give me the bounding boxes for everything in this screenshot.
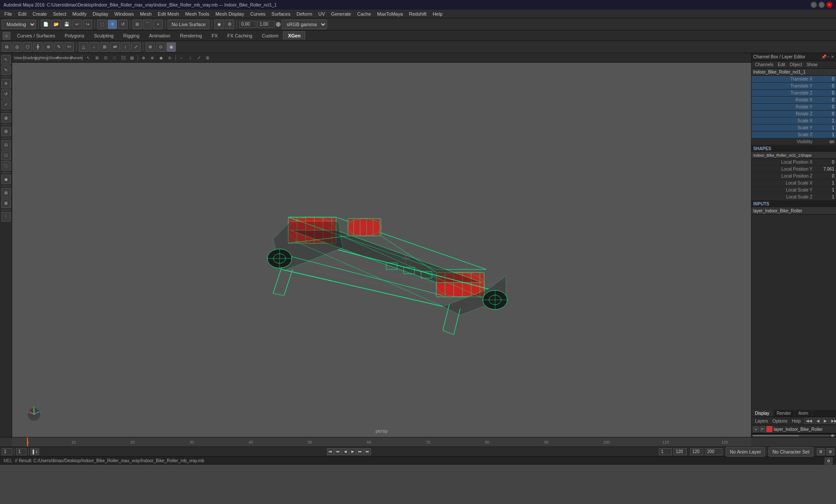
channel-translate-x[interactable]: Translate X 0 [752, 76, 836, 83]
ctx-btn-10[interactable]: ⊞ [100, 42, 109, 52]
dt-tab-render[interactable]: Render [773, 410, 795, 417]
ctx-btn-8[interactable]: △ [79, 42, 88, 52]
open-file-button[interactable]: 📂 [51, 20, 61, 29]
wire-frame[interactable]: ⬡ [1, 151, 11, 160]
lt-help[interactable]: Help [790, 418, 802, 424]
lt-back-btn[interactable]: ◀ [815, 418, 821, 424]
menu-generate[interactable]: Generate [328, 11, 354, 17]
pb-play-fwd[interactable]: ▶ [349, 448, 356, 455]
value2-field[interactable]: 1.00 [257, 21, 275, 28]
shape-local-pos-z[interactable]: Local Position Z 0 [752, 173, 836, 180]
tab-rendering[interactable]: Rendering [175, 31, 207, 40]
channel-rotate-z[interactable]: Rotate Z 0 [752, 111, 836, 118]
tab-xgen[interactable]: XGen [283, 31, 305, 40]
ctx-btn-16[interactable]: ◉ [166, 42, 176, 52]
menu-mesh[interactable]: Mesh [137, 11, 154, 17]
lt-prev-btn[interactable]: ◀◀ [804, 418, 814, 424]
pb-goto-start[interactable]: ⏮ [327, 448, 334, 455]
vt-renderer[interactable]: Renderer [61, 54, 69, 62]
menu-windows[interactable]: Windows [112, 11, 137, 17]
shape-local-scale-x[interactable]: Local Scale X 1 [752, 180, 836, 187]
ctx-btn-4[interactable]: ╋ [33, 42, 43, 52]
vt-lighting[interactable]: Lighting [37, 54, 45, 62]
vt-icon-12[interactable]: ↕ [186, 54, 194, 62]
close-button[interactable]: ✕ [826, 2, 833, 8]
frame-input-box[interactable]: ▌1 [30, 448, 39, 455]
move-tool-side[interactable]: ✛ [1, 79, 11, 88]
ctx-btn-14[interactable]: ⊗ [145, 42, 155, 52]
vt-icon-6[interactable]: ▨ [128, 54, 136, 62]
ctx-btn-6[interactable]: ✎ [54, 42, 64, 52]
dt-tab-anim[interactable]: Anim [795, 410, 812, 417]
menu-display[interactable]: Display [90, 11, 111, 17]
menu-modify[interactable]: Modify [70, 11, 89, 17]
undo-button[interactable]: ↩ [72, 20, 82, 29]
channel-rotate-y[interactable]: Rotate Y 0 [752, 104, 836, 111]
render-button[interactable]: ◉ [214, 20, 224, 29]
gamma-dropdown[interactable]: sRGB gamma [282, 20, 327, 29]
menu-select[interactable]: Select [51, 11, 69, 17]
home-button[interactable]: ⌂ [3, 32, 10, 40]
char-set-button[interactable]: ⚙ [817, 448, 825, 455]
show-grid[interactable]: ⊞ [1, 127, 11, 136]
solid-view[interactable]: ⬛ [1, 161, 11, 171]
rp-pin-icon[interactable]: 📌 [821, 54, 826, 59]
ch-tab-edit[interactable]: Edit [776, 62, 787, 67]
frame-counter[interactable]: 1 [16, 448, 27, 455]
pb-play-back[interactable]: ◀ [342, 448, 349, 455]
rotate-tool-side[interactable]: ↺ [1, 89, 11, 99]
menu-cache[interactable]: Cache [354, 11, 374, 17]
ch-tab-object[interactable]: Object [788, 62, 804, 67]
snap-grid-button[interactable]: ⊞ [132, 20, 142, 29]
shape-local-scale-z[interactable]: Local Scale Z 1 [752, 194, 836, 201]
tab-polygons[interactable]: Polygons [60, 31, 89, 40]
ctx-btn-11[interactable]: ⇄ [110, 42, 120, 52]
channel-scale-x[interactable]: Scale X 1 [752, 118, 836, 124]
timeline-ticks[interactable]: 1 10 20 30 40 50 60 70 80 90 100 110 120 [12, 437, 751, 447]
render-settings-button[interactable]: ⚙ [225, 20, 234, 29]
ctx-btn-5[interactable]: ⊕ [44, 42, 53, 52]
lt-options[interactable]: Options [771, 418, 789, 424]
vt-icon-13[interactable]: ⤢ [195, 54, 203, 62]
channel-scale-z[interactable]: Scale Z 1 [752, 131, 836, 138]
pb-goto-end[interactable]: ⏭ [364, 448, 371, 455]
soft-select[interactable]: ◍ [1, 113, 11, 123]
channel-translate-y[interactable]: Translate Y 0 [752, 83, 836, 90]
pb-step-fwd[interactable]: ⏭ [357, 448, 364, 455]
ctx-btn-3[interactable]: ⬡ [23, 42, 32, 52]
ctx-btn-7[interactable]: ✄ [64, 42, 74, 52]
tab-custom[interactable]: Custom [257, 31, 283, 40]
ctx-btn-9[interactable]: ⬦ [89, 42, 99, 52]
shape-local-scale-y[interactable]: Local Scale Y 1 [752, 187, 836, 194]
dt-tab-display[interactable]: Display [752, 410, 773, 417]
menu-maxtomaya[interactable]: MaxToMaya [374, 11, 405, 17]
channel-rotate-x[interactable]: Rotate X 0 [752, 97, 836, 104]
channel-translate-z[interactable]: Translate Z 0 [752, 90, 836, 97]
vt-icon-7[interactable]: ⊕ [140, 54, 148, 62]
tab-fx[interactable]: FX [207, 31, 222, 40]
vt-icon-3[interactable]: ⊡ [102, 54, 110, 62]
menu-create[interactable]: Create [30, 11, 50, 17]
ctx-btn-15[interactable]: ⊙ [156, 42, 165, 52]
redo-button[interactable]: ↪ [83, 20, 92, 29]
rp-close-icon[interactable]: ✕ [831, 54, 834, 59]
menu-redshift[interactable]: Redshift [406, 11, 429, 17]
current-frame-field[interactable]: 1 [2, 448, 12, 455]
mode-dropdown[interactable]: Modeling [2, 20, 36, 29]
vt-icon-10[interactable]: ⊙ [166, 54, 174, 62]
ch-tab-channels[interactable]: Channels [753, 62, 775, 67]
ctx-btn-2[interactable]: ◎ [12, 42, 22, 52]
menu-deform[interactable]: Deform [294, 11, 315, 17]
save-file-button[interactable]: 💾 [62, 20, 71, 29]
range-end-field[interactable]: 120 [674, 448, 687, 455]
new-file-button[interactable]: 📄 [41, 20, 51, 29]
tab-curves-surfaces[interactable]: Curves / Surfaces [12, 31, 60, 40]
frame-select[interactable]: ⊠ [1, 198, 11, 208]
ctx-btn-1[interactable]: ⧉ [2, 42, 11, 52]
frame-all[interactable]: ⊞ [1, 188, 11, 198]
vt-view[interactable]: View [14, 54, 22, 62]
tab-animation[interactable]: Animation [144, 31, 175, 40]
scale-tool-side[interactable]: ⤢ [1, 100, 11, 109]
vt-icon-9[interactable]: ◉ [157, 54, 165, 62]
minimize-button[interactable]: − [811, 2, 817, 8]
